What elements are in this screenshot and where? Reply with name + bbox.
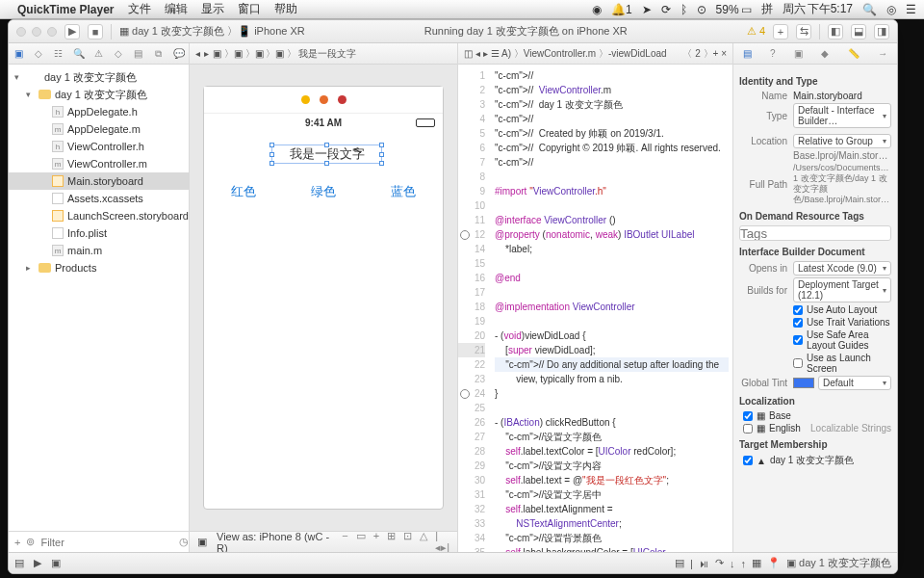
find-nav-icon[interactable]: 🔍 bbox=[72, 47, 86, 61]
menu-icon[interactable]: ☰ bbox=[906, 3, 916, 16]
issue-count[interactable]: ⚠ 4 bbox=[747, 25, 765, 38]
source-nav-icon[interactable]: ◇ bbox=[32, 47, 45, 61]
pin-icon[interactable]: ⊡ bbox=[403, 530, 412, 552]
tree-row[interactable]: mAppDelegate.m bbox=[9, 120, 189, 138]
break-nav-icon[interactable]: ⧉ bbox=[152, 47, 166, 61]
battery-status[interactable]: 59% ▭ bbox=[716, 3, 752, 16]
inspector-tabs[interactable]: ▤ ? ▣ ◆ 📏 → bbox=[733, 43, 897, 65]
debug-nav-icon[interactable]: ▤ bbox=[132, 47, 145, 61]
recent-icon[interactable]: ◷ bbox=[179, 536, 189, 548]
tree-row[interactable]: Assets.xcassets bbox=[9, 190, 189, 207]
menu-window[interactable]: 窗口 bbox=[238, 1, 261, 17]
tree-row[interactable]: ▾day 1 改变文字颜色 bbox=[9, 86, 189, 103]
siri-icon[interactable]: ◎ bbox=[886, 3, 896, 16]
menu-help[interactable]: 帮助 bbox=[274, 1, 297, 17]
identity-inspector-icon[interactable]: ▣ bbox=[794, 48, 803, 59]
symbol-nav-icon[interactable]: ☷ bbox=[52, 47, 65, 61]
step-in-icon[interactable]: ↓ bbox=[730, 558, 735, 569]
embed-icon[interactable]: |◂▸| bbox=[435, 530, 449, 552]
view-debug-icon[interactable]: ▦ bbox=[752, 557, 761, 569]
zoom-out-icon[interactable]: − bbox=[342, 530, 347, 552]
back-icon[interactable]: ◂ bbox=[195, 48, 200, 59]
run-button[interactable]: ▶ bbox=[64, 24, 80, 39]
notification-icon[interactable]: 🔔1 bbox=[611, 3, 632, 16]
toggle-icon[interactable]: ▤ bbox=[14, 557, 24, 569]
report-nav-icon[interactable]: 💬 bbox=[172, 47, 186, 61]
tree-row[interactable]: LaunchScreen.storyboard bbox=[9, 207, 189, 224]
target-chk[interactable]: ▲ day 1 改变文字颜色 bbox=[743, 454, 891, 467]
tree-row[interactable]: Main.storyboard bbox=[9, 172, 189, 190]
resolve-icon[interactable]: △ bbox=[420, 530, 427, 552]
zoom-in-icon[interactable]: + bbox=[373, 530, 379, 552]
chk-safearea[interactable]: Use Safe Area Layout Guides bbox=[793, 329, 891, 351]
tint-swatch[interactable] bbox=[793, 378, 814, 388]
project-tree[interactable]: ▾day 1 改变文字颜色▾day 1 改变文字颜色hAppDelegate.h… bbox=[9, 65, 189, 531]
btn-red[interactable]: 红色 bbox=[231, 183, 256, 200]
sync-icon[interactable]: ⟳ bbox=[661, 3, 671, 16]
panel-bottom[interactable]: ⬓ bbox=[851, 24, 866, 39]
tree-row[interactable]: mViewController.m bbox=[9, 155, 189, 172]
size-inspector-icon[interactable]: 📏 bbox=[848, 48, 860, 59]
wifi-icon[interactable]: ⊙ bbox=[697, 3, 706, 16]
jump-bar[interactable]: ◂ ▸ ▣ 〉▣ 〉▣ 〉▣ 〉我是一段文字 bbox=[190, 43, 457, 65]
location-select[interactable]: Relative to Group bbox=[793, 134, 891, 148]
layout-icon[interactable]: ◫ bbox=[464, 48, 473, 59]
panel-right[interactable]: ◨ bbox=[874, 24, 889, 39]
help-inspector-icon[interactable]: ? bbox=[770, 48, 776, 59]
chk-autolayout[interactable]: Use Auto Layout bbox=[793, 304, 891, 315]
assistant-jump-bar[interactable]: ◫ ◂ ▸ ☰ A) 〉ViewController.m 〉-viewDidLo… bbox=[458, 43, 732, 65]
continue-icon[interactable]: ▣ bbox=[51, 557, 61, 569]
add-icon[interactable]: + bbox=[14, 537, 20, 548]
zoom-fit-icon[interactable]: ▭ bbox=[356, 530, 366, 552]
breakpoint-icon[interactable]: ▶ bbox=[34, 557, 41, 569]
source-code[interactable]: 1234567891011121415161718192021222324252… bbox=[458, 65, 732, 552]
filter-input[interactable] bbox=[40, 537, 173, 548]
test-nav-icon[interactable]: ◇ bbox=[112, 47, 125, 61]
opens-select[interactable]: Latest Xcode (9.0) bbox=[793, 261, 891, 276]
conn-inspector-icon[interactable]: → bbox=[878, 48, 887, 59]
library-button[interactable]: + bbox=[773, 24, 788, 39]
step-over-icon[interactable]: ↷ bbox=[715, 557, 724, 569]
navigator-tabs[interactable]: ▣ ◇ ☷ 🔍 ⚠ ◇ ▤ ⧉ 💬 bbox=[9, 43, 189, 65]
loc-english[interactable]: ▦ EnglishLocalizable Strings bbox=[743, 423, 891, 434]
loc-icon[interactable]: 📍 bbox=[767, 557, 781, 569]
location-icon[interactable]: ➤ bbox=[642, 3, 652, 16]
attr-inspector-icon[interactable]: ◆ bbox=[821, 48, 829, 59]
bluetooth-icon[interactable]: ᛒ bbox=[680, 3, 687, 16]
fwd-icon[interactable]: ▸ bbox=[204, 48, 209, 59]
btn-blue[interactable]: 蓝色 bbox=[391, 183, 416, 200]
stop-icon[interactable]: ◉ bbox=[592, 3, 602, 16]
tree-row[interactable]: Info.plist bbox=[9, 224, 189, 242]
menu-view[interactable]: 显示 bbox=[201, 1, 224, 17]
project-nav-icon[interactable]: ▣ bbox=[12, 47, 25, 61]
pause-icon[interactable]: ⏯ bbox=[699, 558, 709, 569]
tags-input[interactable] bbox=[739, 225, 891, 241]
search-icon[interactable]: 🔍 bbox=[862, 3, 877, 16]
ib-canvas[interactable]: 9:41 AM 我是一段文字 ↖ 红色 绿色 蓝色 bbox=[190, 65, 457, 531]
clock[interactable]: 周六下午5:17 bbox=[783, 1, 853, 17]
btn-green[interactable]: 绿色 bbox=[311, 183, 336, 200]
name-field[interactable]: Main.storyboard bbox=[793, 91, 891, 101]
traffic-lights[interactable] bbox=[16, 27, 57, 37]
file-inspector-icon[interactable]: ▤ bbox=[743, 48, 752, 59]
menu-file[interactable]: 文件 bbox=[128, 1, 151, 17]
type-select[interactable]: Default - Interface Builder… bbox=[793, 103, 891, 128]
menu-edit[interactable]: 编辑 bbox=[165, 1, 188, 17]
chk-traits[interactable]: Use Trait Variations bbox=[793, 317, 891, 328]
builds-select[interactable]: Deployment Target (12.1) bbox=[793, 277, 891, 302]
label-selected[interactable]: 我是一段文字 bbox=[271, 144, 382, 164]
tree-row[interactable]: mmain.m bbox=[9, 242, 189, 259]
scheme-selector[interactable]: ▦ day 1 改变文字颜色 〉📱 iPhone XR bbox=[119, 24, 305, 39]
step-out-icon[interactable]: ↑ bbox=[740, 558, 746, 569]
chk-launch[interactable]: Use as Launch Screen bbox=[793, 353, 891, 374]
tint-select[interactable]: Default bbox=[818, 376, 891, 390]
editor-toggle[interactable]: ⇆ bbox=[796, 24, 811, 39]
loc-base[interactable]: ▦ Base bbox=[743, 410, 891, 421]
debug-toggle-icon[interactable]: ▤ bbox=[675, 557, 684, 569]
view-as[interactable]: View as: iPhone 8 (wC -R) bbox=[217, 531, 332, 553]
tree-row[interactable]: ▾day 1 改变文字颜色 bbox=[9, 68, 189, 86]
align-icon[interactable]: ⊞ bbox=[387, 530, 396, 552]
tree-row[interactable]: hAppDelegate.h bbox=[9, 103, 189, 120]
tree-row[interactable]: hViewController.h bbox=[9, 138, 189, 155]
input-method[interactable]: 拼 bbox=[761, 1, 773, 17]
